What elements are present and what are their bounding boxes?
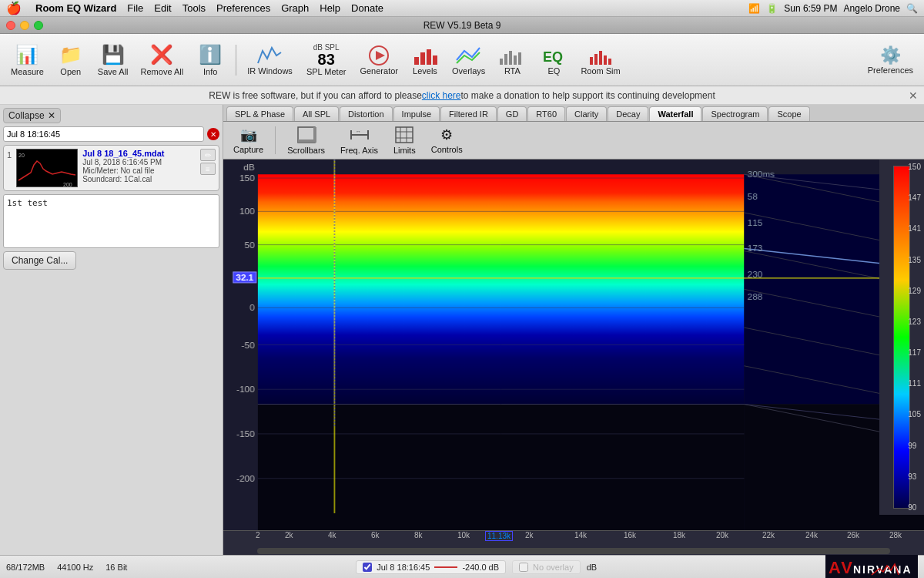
spl-value: 83 [318,52,335,67]
maximize-button[interactable] [34,21,43,30]
svg-text:EQ: EQ [543,49,563,65]
main-area: Collapse ✕ ✕ 1 20 200 Jul 8 18_16_45.mda… [0,105,924,555]
svg-rect-27 [396,127,413,143]
toolbar2-sep-1 [275,126,276,154]
controls-button[interactable]: ⚙ Controls [424,124,470,156]
announce-close-button[interactable]: ✕ [909,89,918,102]
menu-graph[interactable]: Graph [281,2,309,14]
rta-label: RTA [504,66,521,76]
menu-file[interactable]: File [127,2,143,14]
levels-button[interactable]: Levels [406,39,444,82]
tab-all-spl[interactable]: All SPL [294,106,339,121]
edit-list-button[interactable]: ≡ [200,163,216,175]
menu-tools[interactable]: Tools [182,2,206,14]
legend-overlay-checkbox[interactable] [519,563,528,572]
colorbar-label-141: 141 [908,224,921,233]
svg-marker-1 [376,51,385,60]
tab-spectrogram[interactable]: Spectrogram [702,106,768,121]
filename-input[interactable] [3,126,204,142]
apple-menu[interactable]: 🍎 [6,1,22,15]
x-axis: 2 2k 4k 6k 8k 10k 11.13k 2k 14k 16k 18k … [223,530,924,547]
waterfall-canvas[interactable] [223,160,924,530]
tab-waterfall[interactable]: Waterfall [649,106,701,121]
ir-windows-icon [256,45,284,66]
tab-distortion[interactable]: Distortion [340,106,392,121]
toolbar: 📊 Measure 📁 Open 💾 Save All ❌ Remove All… [0,34,924,86]
remove-all-button[interactable]: ❌ Remove All [136,39,189,82]
sample-rate-status: 44100 Hz [57,563,93,572]
overlays-label: Overlays [452,66,485,76]
svg-rect-16 [608,59,611,65]
minimize-button[interactable] [20,21,29,30]
x-label-20k: 20k [716,531,728,539]
ir-windows-button[interactable]: IR Windows [243,39,297,82]
tab-gd[interactable]: GD [497,106,527,121]
status-left: 68/172MB 44100 Hz 16 Bit [6,563,127,572]
svg-rect-12 [590,57,593,65]
toolbar-separator-1 [236,45,236,76]
tab-scope[interactable]: Scope [768,106,809,121]
eq-button[interactable]: EQ EQ [534,39,573,82]
graph-area[interactable]: 150 147 141 135 129 123 117 111 105 99 9… [223,160,924,530]
collapse-button[interactable]: Collapse ✕ [3,108,61,123]
measurement-info: Jul 8 18_16_45.mdat Jul 8, 2018 6:16:45 … [82,149,196,183]
save-all-button[interactable]: 💾 Save All [93,39,133,82]
room-sim-label: Room Sim [581,66,620,76]
tab-spl-phase[interactable]: SPL & Phase [226,106,293,121]
scrollbars-button[interactable]: Scrollbars [280,123,332,157]
nirvana-logo: AV NIRVANA [825,552,918,579]
user-name: Angelo Drone [844,3,900,14]
tab-clarity[interactable]: Clarity [566,106,607,121]
eq-label: EQ [547,66,560,76]
wifi-icon: 📶 [748,3,760,14]
notes-field[interactable]: 1st test [3,194,219,248]
legend-db-label: dB [587,563,597,572]
tab-impulse[interactable]: Impulse [393,106,440,121]
colorbar-label-135: 135 [908,256,921,264]
measure-button[interactable]: 📊 Measure [6,39,49,82]
edit-pencil-button[interactable]: ✏ [200,149,216,161]
open-button[interactable]: 📁 Open [52,39,90,82]
app-name: Room EQ Wizard [35,2,116,14]
menu-donate[interactable]: Donate [351,2,383,14]
overlays-button[interactable]: Overlays [447,39,490,82]
measure-label: Measure [11,67,44,76]
colorbar-label-129: 129 [908,287,921,295]
title-bar: REW V5.19 Beta 9 [0,17,924,34]
horizontal-scrollbar[interactable] [257,548,890,554]
legend-checkbox[interactable] [363,563,372,572]
save-all-icon: 💾 [102,44,125,66]
capture-icon: 📷 [240,126,257,143]
ir-windows-label: IR Windows [247,66,293,76]
measurement-thumbnail[interactable]: 20 200 [16,149,78,187]
x-label-24k: 24k [805,531,818,539]
limits-icon [394,126,414,144]
menu-edit[interactable]: Edit [154,2,171,14]
menu-bar: 🍎 Room EQ Wizard File Edit Tools Prefere… [0,0,924,17]
freq-axis-button[interactable]: ↔ Freq. Axis [333,123,385,157]
announce-link[interactable]: click here [422,90,461,101]
capture-button[interactable]: 📷 Capture [226,124,270,156]
spl-meter-button[interactable]: dB SPL 83 SPL Meter [300,39,353,82]
preferences-button[interactable]: ⚙️ Preferences [863,39,918,82]
tab-filtered-ir[interactable]: Filtered IR [440,106,497,121]
limits-button[interactable]: Limits [387,123,423,157]
menu-help[interactable]: Help [320,2,340,14]
x-label-26k: 26k [847,531,859,539]
menu-preferences[interactable]: Preferences [216,2,270,14]
change-cal-button[interactable]: Change Cal... [3,251,76,270]
search-icon[interactable]: 🔍 [906,3,918,14]
generator-button[interactable]: Generator [355,39,403,82]
filename-clear-button[interactable]: ✕ [207,128,219,140]
svg-rect-22 [313,127,316,143]
rta-button[interactable]: RTA [493,39,531,82]
status-center: Jul 8 18:16:45 -240.0 dB No overlay dB [139,560,813,574]
tab-decay[interactable]: Decay [608,106,648,121]
room-sim-button[interactable]: Room Sim [576,39,624,82]
info-button[interactable]: ℹ️ Info [191,39,229,82]
close-button[interactable] [6,21,15,30]
preferences-label: Preferences [868,66,913,75]
freq-axis-icon: ↔ [350,126,370,144]
tab-rt60[interactable]: RT60 [527,106,565,121]
x-label-10k: 10k [457,531,470,539]
